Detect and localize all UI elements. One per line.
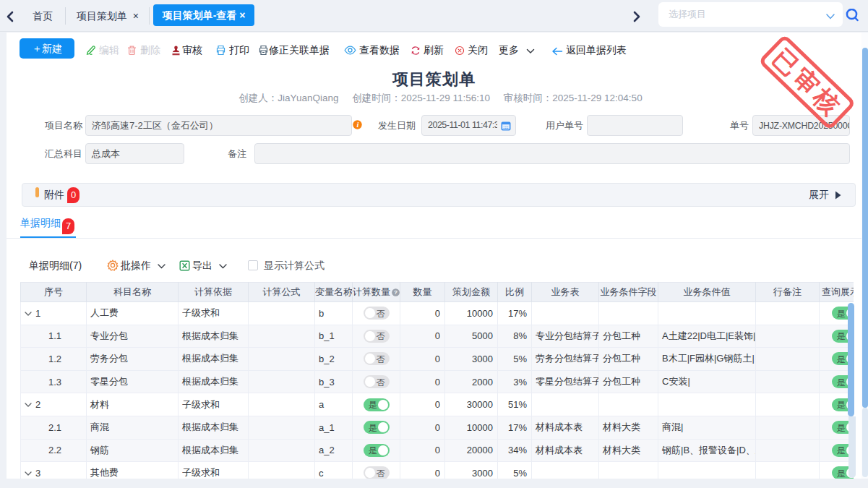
svg-text:?: ? <box>394 289 398 296</box>
